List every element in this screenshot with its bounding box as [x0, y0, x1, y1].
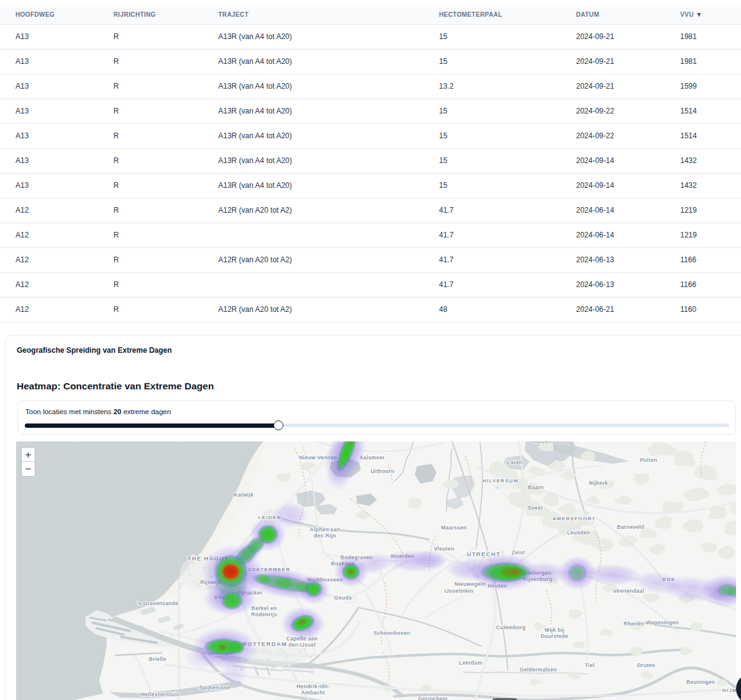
svg-text:Rhenen: Rhenen: [624, 621, 644, 627]
svg-text:Katwijk: Katwijk: [234, 492, 254, 498]
svg-text:Gouda: Gouda: [334, 595, 352, 601]
svg-text:Leusden: Leusden: [567, 529, 590, 536]
svg-text:Barneveld: Barneveld: [617, 524, 644, 530]
svg-text:'s-Gravenzande: 's-Gravenzande: [136, 600, 178, 606]
svg-text:Huizen: Huizen: [533, 441, 551, 445]
svg-text:Wijk bij: Wijk bij: [544, 627, 564, 633]
svg-text:den IJssel: den IJssel: [288, 642, 316, 648]
svg-text:Putten: Putten: [640, 457, 657, 463]
svg-text:Geldermalsen: Geldermalsen: [520, 667, 557, 673]
svg-text:IJsselstein: IJsselstein: [445, 588, 474, 594]
svg-text:Berkel en: Berkel en: [252, 605, 277, 611]
svg-text:Alphen aan: Alphen aan: [310, 526, 340, 533]
svg-text:Leerdam: Leerdam: [459, 660, 482, 666]
svg-text:HILVERSUM: HILVERSUM: [482, 478, 518, 484]
svg-text:Duurstede: Duurstede: [541, 633, 569, 639]
svg-text:Brielle: Brielle: [149, 656, 166, 662]
svg-text:Hendrik-Ido-: Hendrik-Ido-: [296, 683, 330, 689]
svg-text:Schoonhoven: Schoonhoven: [373, 630, 410, 636]
svg-text:Soest: Soest: [528, 505, 543, 511]
svg-text:Laren: Laren: [507, 459, 523, 466]
svg-text:Spijkenisse: Spijkenisse: [199, 684, 230, 691]
svg-text:Veenendaal: Veenendaal: [613, 588, 644, 594]
svg-text:Ambacht: Ambacht: [301, 689, 325, 696]
svg-text:Uithoorn: Uithoorn: [371, 468, 394, 474]
svg-text:AMERSFOORT: AMERSFOORT: [552, 516, 596, 521]
svg-text:Maarssen: Maarssen: [441, 525, 467, 531]
svg-text:den Rijn: den Rijn: [314, 533, 336, 539]
svg-text:Beuningen: Beuningen: [686, 679, 716, 685]
svg-text:Culemborg: Culemborg: [496, 624, 526, 631]
svg-text:Rodenrijs: Rodenrijs: [251, 611, 277, 618]
svg-text:Hellevoetsluis: Hellevoetsluis: [141, 691, 179, 698]
svg-text:NIJMEG: NIJMEG: [722, 688, 736, 693]
svg-text:Druten: Druten: [637, 662, 655, 668]
svg-text:Wageningen: Wageningen: [646, 619, 678, 626]
svg-text:Tiel: Tiel: [585, 662, 595, 668]
svg-text:Baarn: Baarn: [528, 484, 544, 490]
svg-text:Nijkerk: Nijkerk: [589, 480, 608, 486]
svg-text:Gorinchem: Gorinchem: [418, 696, 448, 700]
